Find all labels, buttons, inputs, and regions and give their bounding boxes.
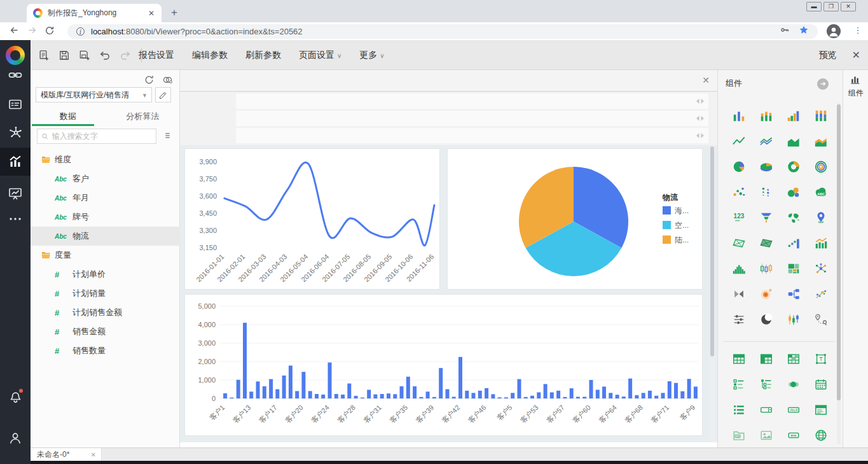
pager-arrows-icon[interactable] — [696, 95, 705, 107]
bookmark-star-icon[interactable] — [799, 25, 809, 38]
folder-dimensions[interactable]: 维度 — [31, 150, 180, 169]
new-report-icon[interactable] — [37, 48, 50, 62]
histogram-chart-icon[interactable] — [725, 256, 752, 281]
line-chart-panel[interactable]: 3,1503,3003,4503,6003,7503,9002016-01-01… — [184, 148, 440, 290]
pager-arrows-icon[interactable] — [696, 130, 705, 141]
browser-tab[interactable]: 制作报告_Yonghong ✕ — [27, 4, 162, 22]
rail-tab-components[interactable]: 组件 — [843, 75, 868, 99]
field-物流[interactable]: Abc物流 — [31, 227, 180, 246]
tab-close-icon[interactable]: ✕ — [146, 9, 156, 18]
canvas-scrollbar[interactable] — [710, 145, 715, 442]
stacked-area-chart-icon[interactable] — [807, 129, 834, 154]
tree-list-icon[interactable] — [752, 372, 780, 397]
image-widget-icon[interactable] — [752, 423, 780, 448]
url-omnibox[interactable]: i localhost:8080/bi/Viewer?proc=0&action… — [67, 24, 818, 39]
close-report-icon[interactable]: ✕ — [852, 49, 860, 61]
quadrant-filled-chart-icon[interactable] — [752, 230, 780, 256]
funnel-chart-icon[interactable] — [752, 205, 780, 230]
donut-chart-icon[interactable] — [780, 154, 807, 179]
preview-button[interactable]: 预览 — [819, 50, 837, 61]
tab-data[interactable]: 数据 — [31, 108, 106, 126]
pie-chart-panel[interactable]: 物流海...空...陆... — [447, 148, 703, 290]
kpi-number-icon[interactable]: 123 — [725, 205, 752, 230]
axis-swap-icon[interactable] — [725, 281, 752, 307]
window-restore-button[interactable]: ❐ — [823, 2, 839, 11]
scatter-chart-icon[interactable] — [725, 179, 752, 205]
undo-icon[interactable] — [98, 48, 111, 62]
profile-avatar[interactable] — [827, 24, 841, 38]
password-key-icon[interactable] — [780, 25, 790, 38]
sheet-close-icon[interactable]: ✕ — [91, 451, 96, 458]
scrollbar-thumb[interactable] — [837, 104, 841, 400]
bar-chart-icon[interactable] — [725, 103, 752, 129]
site-info-icon[interactable]: i — [76, 27, 85, 36]
sheet-tab[interactable]: 未命名-0* ✕ — [31, 448, 102, 461]
multi-line-chart-icon[interactable] — [752, 129, 780, 154]
dot-bar-chart-icon[interactable] — [780, 230, 807, 256]
bar-chart-panel[interactable]: 01,0002,0003,0004,0005,000客户1客户13客户17客户2… — [184, 294, 703, 436]
field-计划销售金额[interactable]: #计划销售金额 — [31, 303, 180, 322]
forward-icon[interactable] — [23, 25, 41, 38]
user-profile-icon[interactable] — [0, 424, 31, 452]
page-settings-button[interactable]: 页面设置∨ — [299, 50, 341, 61]
save-as-icon[interactable] — [78, 48, 91, 62]
semi-circle-chart-icon[interactable] — [752, 307, 780, 332]
reload-icon[interactable] — [41, 25, 59, 38]
canvas-close-icon[interactable]: ✕ — [702, 76, 710, 85]
org-chart-icon[interactable] — [780, 281, 807, 307]
empty-filter-row[interactable] — [236, 128, 708, 143]
pie-3d-chart-icon[interactable] — [752, 154, 780, 179]
line-chart-icon[interactable] — [725, 129, 752, 154]
more-button[interactable]: 更多∨ — [359, 50, 384, 61]
edit-dataset-button[interactable] — [155, 87, 171, 102]
tab-container-icon[interactable]: TAB — [725, 423, 752, 448]
etl-network-icon[interactable] — [0, 118, 31, 146]
checkbox-list-icon[interactable] — [725, 372, 752, 397]
text-box-icon[interactable]: T — [807, 346, 834, 372]
compare-dataset-icon[interactable] — [162, 74, 173, 88]
crosstab-table-icon[interactable] — [752, 346, 780, 372]
table-icon[interactable] — [725, 346, 752, 372]
freeform-table-icon[interactable] — [780, 346, 807, 372]
field-计划销量[interactable]: #计划销量 — [31, 284, 180, 303]
percent-stacked-bar-chart-icon[interactable] — [807, 103, 834, 129]
redo-icon[interactable] — [118, 48, 132, 62]
field-年月[interactable]: Abc年月 — [31, 188, 180, 207]
treemap-chart-icon[interactable] — [780, 256, 807, 281]
tab-analytics[interactable]: 分析算法 — [106, 108, 181, 126]
list-icon[interactable] — [725, 397, 752, 423]
field-销售数量[interactable]: #销售数量 — [31, 341, 180, 360]
heatmap-chart-icon[interactable] — [752, 281, 780, 307]
browser-menu-icon[interactable]: ⋮ — [852, 25, 864, 35]
field-客户[interactable]: Abc客户 — [31, 169, 180, 188]
field-options-icon[interactable] — [163, 131, 172, 143]
notifications-bell-icon[interactable] — [0, 382, 31, 410]
map-pin-icon[interactable] — [807, 205, 834, 230]
window-minimize-button[interactable]: ▬ — [806, 2, 822, 11]
search-input[interactable] — [52, 132, 152, 141]
presentation-icon[interactable] — [0, 179, 31, 207]
dot-column-chart-icon[interactable] — [752, 179, 780, 205]
grouped-bar-chart-icon[interactable] — [780, 103, 807, 129]
word-cloud-icon[interactable]: ABC — [807, 179, 834, 205]
empty-filter-row[interactable] — [236, 94, 708, 109]
pie-chart-icon[interactable] — [725, 154, 752, 179]
area-chart-icon[interactable] — [780, 129, 807, 154]
network-chart-icon[interactable] — [807, 256, 834, 281]
detail-table-icon[interactable] — [807, 397, 834, 423]
new-tab-button[interactable]: + — [167, 5, 182, 20]
box-plot-icon[interactable] — [752, 256, 780, 281]
more-dots-icon[interactable] — [0, 205, 31, 233]
link-icon[interactable] — [0, 61, 31, 89]
pager-arrows-icon[interactable] — [696, 113, 705, 124]
dataset-form-icon[interactable] — [0, 90, 31, 118]
candlestick-chart-icon[interactable] — [780, 307, 807, 332]
field-计划单价[interactable]: #计划单价 — [31, 265, 180, 284]
palette-scrollbar[interactable] — [837, 103, 841, 444]
radial-chart-icon[interactable] — [807, 154, 834, 179]
quadrant-chart-icon[interactable] — [725, 230, 752, 256]
world-map-icon[interactable] — [780, 205, 807, 230]
calendar-icon[interactable] — [807, 372, 834, 397]
field-销售金额[interactable]: #销售金额 — [31, 322, 180, 341]
dropdown-icon[interactable] — [752, 397, 780, 423]
